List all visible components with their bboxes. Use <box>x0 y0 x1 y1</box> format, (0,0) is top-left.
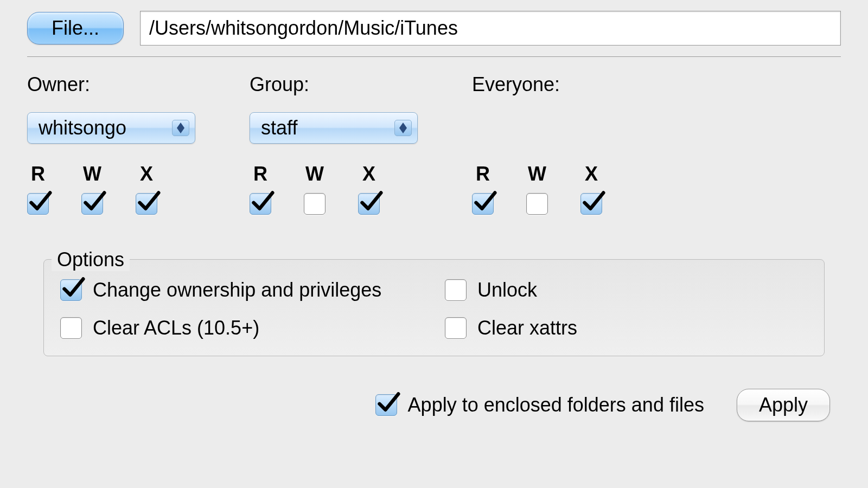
everyone-execute-checkbox[interactable] <box>580 193 602 215</box>
bottom-row: Apply to enclosed folders and files Appl… <box>27 389 841 421</box>
file-button[interactable]: File... <box>27 12 124 44</box>
everyone-read-checkbox[interactable] <box>472 193 494 215</box>
option-change-ownership: Change ownership and privileges <box>60 279 423 301</box>
file-row: File... <box>27 11 841 46</box>
change-ownership-checkbox[interactable] <box>60 279 82 301</box>
svg-marker-3 <box>399 128 407 133</box>
group-rwx: R W X <box>250 163 418 215</box>
everyone-column: Everyone: R W X <box>472 73 602 215</box>
updown-arrows-icon <box>172 120 189 136</box>
everyone-write-checkbox[interactable] <box>526 193 548 215</box>
divider <box>27 56 841 57</box>
option-clear-xattrs: Clear xattrs <box>445 317 808 339</box>
apply-enclosed-label: Apply to enclosed folders and files <box>408 394 704 416</box>
w-label: W <box>83 163 101 185</box>
unlock-checkbox[interactable] <box>445 279 467 301</box>
owner-select[interactable]: whitsongo <box>27 112 195 144</box>
group-read-checkbox[interactable] <box>250 193 271 215</box>
change-ownership-label: Change ownership and privileges <box>93 279 381 301</box>
option-unlock: Unlock <box>445 279 808 301</box>
owner-execute-checkbox[interactable] <box>136 193 157 215</box>
x-label: X <box>362 163 375 185</box>
owner-write-checkbox[interactable] <box>81 193 103 215</box>
owner-column: Owner: whitsongo R W X <box>27 73 195 215</box>
group-execute-checkbox[interactable] <box>358 193 380 215</box>
permissions-columns: Owner: whitsongo R W X Group: staff <box>27 73 841 215</box>
group-select[interactable]: staff <box>250 112 418 144</box>
clear-acls-label: Clear ACLs (10.5+) <box>93 317 259 339</box>
everyone-select-placeholder <box>472 112 602 144</box>
group-select-value: staff <box>261 117 297 139</box>
option-clear-acls: Clear ACLs (10.5+) <box>60 317 423 339</box>
owner-read-checkbox[interactable] <box>27 193 49 215</box>
group-label: Group: <box>250 73 418 96</box>
w-label: W <box>305 163 324 185</box>
r-label: R <box>31 163 45 185</box>
permissions-panel: File... Owner: whitsongo R W X Group: <box>0 0 868 432</box>
group-column: Group: staff R W X <box>250 73 418 215</box>
clear-acls-checkbox[interactable] <box>60 317 82 339</box>
x-label: X <box>585 163 598 185</box>
apply-button[interactable]: Apply <box>737 389 830 421</box>
clear-xattrs-checkbox[interactable] <box>445 317 467 339</box>
r-label: R <box>253 163 267 185</box>
svg-marker-1 <box>177 128 184 133</box>
everyone-label: Everyone: <box>472 73 602 96</box>
apply-enclosed-option: Apply to enclosed folders and files <box>375 394 704 416</box>
svg-marker-0 <box>177 123 184 128</box>
clear-xattrs-label: Clear xattrs <box>477 317 577 339</box>
unlock-label: Unlock <box>477 279 537 301</box>
options-legend: Options <box>52 248 130 271</box>
group-write-checkbox[interactable] <box>304 193 326 215</box>
x-label: X <box>140 163 153 185</box>
updown-arrows-icon <box>394 120 412 136</box>
svg-marker-2 <box>399 123 407 128</box>
file-path-input[interactable] <box>140 11 841 46</box>
owner-rwx: R W X <box>27 163 195 215</box>
owner-label: Owner: <box>27 73 195 96</box>
apply-enclosed-checkbox[interactable] <box>375 394 397 416</box>
options-box: Change ownership and privileges Unlock C… <box>43 259 825 356</box>
everyone-rwx: R W X <box>472 163 602 215</box>
owner-select-value: whitsongo <box>39 117 126 139</box>
options-group: Options Change ownership and privileges … <box>43 236 825 356</box>
r-label: R <box>476 163 490 185</box>
w-label: W <box>528 163 546 185</box>
